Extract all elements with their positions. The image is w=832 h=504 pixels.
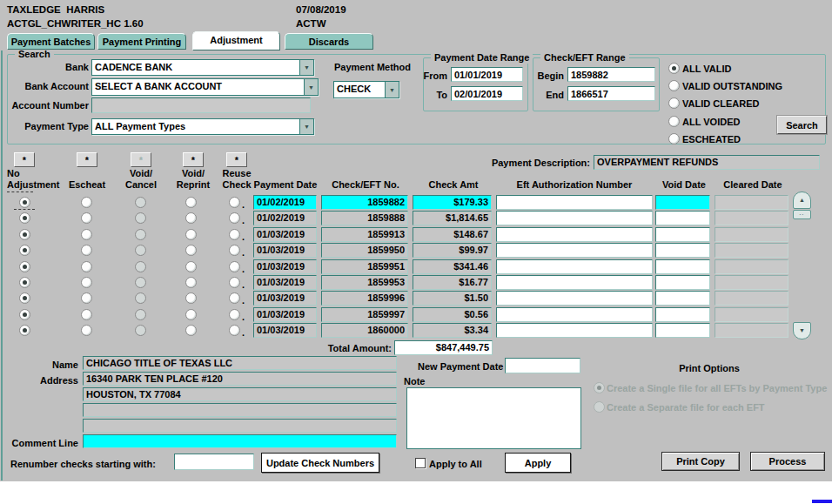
reuse-check-radio[interactable]	[229, 309, 240, 320]
check-no-cell[interactable]: 1859888	[321, 211, 408, 225]
payment-date-cell[interactable]: 01/03/2019	[253, 307, 317, 322]
chevron-down-icon[interactable]: ▼	[299, 60, 313, 75]
void-date-input[interactable]	[655, 243, 710, 258]
void-date-input[interactable]	[655, 211, 710, 225]
no-adjustment-radio[interactable]	[19, 197, 30, 208]
check-amt-cell[interactable]: $341.46	[413, 259, 492, 274]
eft-auth-input[interactable]	[496, 211, 653, 225]
escheat-radio[interactable]	[81, 261, 92, 272]
search-button[interactable]: Search	[777, 116, 827, 134]
address-line-2[interactable]: HOUSTON, TX 77084	[83, 387, 397, 401]
eft-auth-input[interactable]	[496, 275, 653, 290]
check-amt-cell[interactable]: $99.97	[413, 243, 492, 258]
to-date-input[interactable]	[451, 86, 523, 101]
begin-check-input[interactable]	[567, 67, 655, 82]
print-copy-button[interactable]: Print Copy	[661, 452, 740, 471]
reuse-check-radio[interactable]	[229, 229, 240, 240]
bank-select[interactable]: CADENCE BANK ▼	[91, 59, 314, 76]
select-all-reuse-check-button[interactable]: *	[226, 152, 247, 167]
check-no-cell[interactable]: 1859997	[321, 307, 408, 322]
payment-date-cell[interactable]: 01/03/2019	[253, 291, 317, 306]
tab-payment-printing[interactable]: Payment Printing	[97, 33, 186, 50]
chevron-down-icon[interactable]: ▼	[299, 119, 313, 134]
payment-date-cell[interactable]: 01/02/2019	[253, 195, 317, 210]
address-line-4[interactable]	[83, 419, 397, 433]
eft-auth-input[interactable]	[496, 259, 653, 274]
void-reprint-radio[interactable]	[185, 261, 197, 272]
payment-date-cell[interactable]: 01/03/2019	[253, 323, 317, 338]
void-date-input[interactable]	[655, 227, 710, 242]
from-date-input[interactable]	[451, 67, 523, 82]
void-reprint-radio[interactable]	[185, 229, 197, 240]
reuse-check-radio[interactable]	[229, 261, 240, 272]
chevron-down-icon[interactable]: ▼	[385, 82, 399, 97]
escheat-radio[interactable]	[81, 245, 92, 256]
no-adjustment-radio[interactable]	[19, 229, 30, 240]
no-adjustment-radio[interactable]	[19, 309, 30, 320]
check-no-cell[interactable]: 1860000	[321, 323, 408, 338]
reuse-check-radio[interactable]	[229, 197, 240, 208]
status-radio-escheated[interactable]	[668, 133, 680, 144]
void-date-input[interactable]	[655, 259, 710, 274]
tab-payment-batches[interactable]: Payment Batches	[7, 33, 95, 50]
check-amt-cell[interactable]: $16.77	[413, 275, 492, 290]
no-adjustment-radio[interactable]	[19, 325, 30, 336]
reuse-check-radio[interactable]	[229, 292, 240, 304]
check-amt-cell[interactable]: $1,814.65	[413, 211, 492, 225]
payment-date-cell[interactable]: 01/03/2019	[253, 227, 317, 242]
void-reprint-radio[interactable]	[185, 212, 197, 224]
chevron-down-icon[interactable]: ▼	[304, 79, 318, 95]
payment-date-cell[interactable]: 01/03/2019	[253, 275, 317, 290]
void-date-input[interactable]	[655, 307, 710, 322]
scroll-up-button[interactable]: ▲	[793, 192, 811, 209]
scroll-down-button[interactable]: ▼	[793, 322, 811, 339]
address-line-1[interactable]: 16340 PARK TEN PLACE #120	[83, 372, 397, 386]
escheat-radio[interactable]	[81, 309, 92, 320]
update-check-numbers-button[interactable]: Update Check Numbers	[261, 453, 379, 473]
escheat-radio[interactable]	[81, 197, 92, 208]
check-no-cell[interactable]: 1859951	[321, 259, 408, 274]
reuse-check-radio[interactable]	[229, 277, 240, 288]
renumber-input[interactable]	[174, 454, 254, 470]
status-radio-valid-outstanding[interactable]	[668, 80, 680, 91]
check-no-cell[interactable]: 1859950	[321, 243, 408, 258]
payment-date-cell[interactable]: 01/03/2019	[253, 259, 317, 274]
apply-to-all-checkbox[interactable]	[415, 458, 426, 468]
select-all-void-reprint-button[interactable]: *	[183, 152, 204, 167]
no-adjustment-radio[interactable]	[19, 277, 30, 288]
comment-line-input[interactable]	[83, 434, 397, 448]
select-all-escheat-button[interactable]: *	[77, 152, 97, 167]
reuse-check-radio[interactable]	[229, 325, 240, 336]
void-date-input[interactable]	[655, 195, 710, 210]
eft-auth-input[interactable]	[496, 291, 653, 306]
void-date-input[interactable]	[655, 323, 710, 338]
account-number-field[interactable]	[91, 97, 311, 113]
check-no-cell[interactable]: 1859996	[321, 291, 408, 306]
escheat-radio[interactable]	[81, 325, 92, 336]
scrollbar-thumb[interactable]: ··	[793, 210, 811, 219]
check-no-cell[interactable]: 1859882	[321, 195, 408, 210]
void-reprint-radio[interactable]	[185, 309, 197, 320]
check-no-cell[interactable]: 1859953	[321, 275, 408, 290]
check-amt-cell[interactable]: $1.50	[413, 291, 492, 306]
address-line-3[interactable]	[83, 403, 397, 417]
status-radio-all-voided[interactable]	[668, 116, 680, 127]
void-date-input[interactable]	[655, 275, 710, 290]
status-radio-all-valid[interactable]	[668, 63, 680, 74]
note-textarea[interactable]	[406, 387, 581, 449]
no-adjustment-radio[interactable]	[19, 292, 30, 304]
eft-auth-input[interactable]	[496, 323, 653, 338]
void-reprint-radio[interactable]	[185, 292, 197, 304]
void-reprint-radio[interactable]	[185, 325, 197, 336]
escheat-radio[interactable]	[81, 212, 92, 224]
no-adjustment-radio[interactable]	[19, 245, 30, 256]
check-amt-cell[interactable]: $148.67	[413, 227, 492, 242]
payment-description-field[interactable]: OVERPAYMENT REFUNDS	[594, 155, 820, 170]
payee-name-field[interactable]: CHICAGO TITLE OF TEXAS LLC	[83, 356, 397, 370]
bank-account-select[interactable]: SELECT A BANK ACCOUNT ▼	[91, 78, 319, 96]
check-amt-cell[interactable]: $179.33	[413, 195, 492, 210]
payment-date-cell[interactable]: 01/02/2019	[253, 211, 317, 225]
tab-discards[interactable]: Discards	[285, 33, 373, 50]
no-adjustment-radio[interactable]	[19, 261, 30, 272]
payment-method-select[interactable]: CHECK ▼	[333, 81, 399, 98]
